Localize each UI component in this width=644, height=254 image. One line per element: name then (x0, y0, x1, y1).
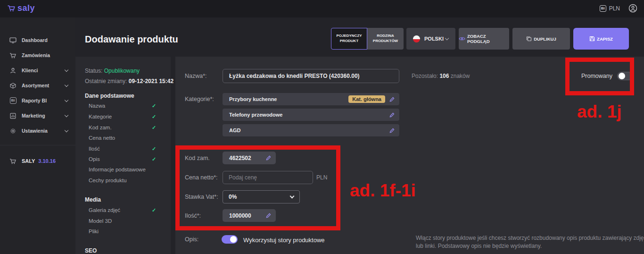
check-icon: ✓ (152, 207, 156, 213)
annotation-label-promoted: ad. 1j (577, 102, 622, 122)
duplicate-button[interactable]: DUPLIKUJ (512, 28, 570, 50)
category-row[interactable]: Telefony przewodowe (223, 109, 399, 121)
status-line: Status: Opublikowany (85, 68, 140, 74)
quantity-label: Ilość*: (185, 212, 201, 219)
story-toggle[interactable] (222, 235, 238, 244)
eye-icon (459, 36, 465, 41)
currency-selector[interactable]: Bi PLN (600, 5, 620, 12)
logo-text: saly (17, 3, 35, 13)
chevron-down-icon (65, 68, 68, 71)
page-title: Dodawanie produktu (85, 34, 178, 45)
nav-kategorie[interactable]: Kategorie (89, 114, 112, 119)
status-panel: Status: Opublikowany Ostatnie zmiany: 09… (75, 57, 171, 254)
chevron-down-icon (65, 128, 68, 132)
category-row[interactable]: Przybory kuchenne Kat. główna (223, 93, 399, 105)
nav-informacje-podstawowe[interactable]: Informacje podstawowe (89, 167, 146, 172)
chevron-down-icon (445, 36, 449, 40)
category-name: AGD (229, 127, 389, 133)
nav-ilosc[interactable]: Ilość (89, 146, 100, 152)
status-value: Opublikowany (104, 68, 140, 74)
promoted-toggle[interactable] (617, 72, 633, 80)
monitor-icon (9, 37, 17, 44)
main-category-badge: Kat. główna (348, 95, 385, 103)
app-logo[interactable]: saly (8, 3, 35, 13)
sidebar-item-label: Zamówienia (22, 52, 50, 58)
sidebar-item-label: Asortyment (22, 83, 49, 88)
tab-rodzina-produktow[interactable]: RODZINA PRODUKTÓW (367, 28, 404, 50)
category-name: Telefony przewodowe (229, 112, 389, 118)
save-floppy-icon (589, 36, 595, 42)
section-dane-podstawowe: Dane podstawowe (85, 93, 134, 99)
app-name: SALY (22, 158, 35, 164)
category-name: Przybory kuchenne (229, 96, 348, 102)
nav-galeria-zdjec[interactable]: Galeria zdjęć (89, 207, 120, 213)
save-label: ZAPISZ (597, 36, 613, 42)
quantity-value: 1000000 (229, 212, 266, 219)
sidebar-item-label: Klienci (22, 68, 38, 73)
bi-report-icon: Bi (9, 97, 17, 104)
sidebar-item-label: Ustawienia (22, 128, 48, 134)
sidebar: Dashboard Zamówienia Klienci Asortyment … (0, 17, 75, 254)
cart-icon (9, 52, 17, 59)
sidebar-item-ustawienia[interactable]: Ustawienia (0, 123, 75, 138)
section-media: Media (85, 196, 101, 203)
chevron-down-icon (65, 113, 68, 117)
sidebar-item-asortyment[interactable]: Asortyment (0, 78, 75, 93)
last-change-value: 09-12-2021 15:42 (129, 78, 173, 85)
vat-rate-select[interactable]: 0% (223, 190, 300, 203)
vat-rate-value: 0% (229, 194, 290, 200)
gear-icon (9, 127, 17, 135)
nav-model-3d[interactable]: Model 3D (89, 218, 112, 224)
category-row[interactable]: AGD (223, 124, 399, 136)
sidebar-item-raporty-bi[interactable]: Bi Raporty BI (0, 93, 75, 108)
pencil-icon[interactable] (389, 128, 395, 133)
nav-cena-netto[interactable]: Cena netto (89, 135, 115, 141)
tab-pojedynczy-produkt[interactable]: POJEDYNCZY PRODUKT (331, 28, 367, 50)
name-input[interactable] (223, 69, 399, 83)
quantity-field[interactable]: 1000000 (223, 209, 276, 222)
order-code-label: Kod zam. (185, 155, 210, 161)
description-hint-line1: Włącz story produktowe jeśli chcesz stwo… (416, 235, 644, 241)
pencil-icon[interactable] (266, 155, 271, 161)
chart-board-icon (9, 112, 17, 119)
name-label: Nazwa*: (185, 73, 207, 79)
last-change-line: Ostatnie zmiany: 09-12-2021 15:42 (85, 78, 173, 85)
nav-pliki[interactable]: Pliki (89, 229, 99, 234)
order-code-field[interactable]: 4622502 (223, 152, 276, 164)
description-label: Opis: (185, 236, 198, 243)
pencil-icon[interactable] (389, 112, 395, 118)
save-button[interactable]: ZAPISZ (573, 28, 629, 50)
check-icon: ✓ (152, 103, 156, 109)
sidebar-divider (0, 145, 75, 145)
banknote-icon: Bi (600, 5, 606, 12)
app-version: SALY 3.10.16 (0, 153, 75, 169)
pencil-icon[interactable] (389, 97, 395, 102)
section-seo: SEO (85, 247, 97, 254)
nav-cechy-produktu[interactable]: Cechy produktu (89, 178, 127, 183)
nav-opis[interactable]: Opis (89, 156, 100, 162)
preview-button[interactable]: ZOBACZ PODGLĄD (459, 28, 509, 50)
sidebar-item-zamowienia[interactable]: Zamówienia (0, 48, 75, 63)
check-icon: ✓ (152, 156, 156, 162)
check-icon: ✓ (152, 125, 156, 131)
nav-kod-zam[interactable]: Kod zam. (89, 125, 112, 130)
duplicate-label: DUPLIKUJ (534, 36, 556, 42)
sidebar-item-dashboard[interactable]: Dashboard (0, 33, 75, 48)
product-form: Nazwa*: Pozostało: 106 znaków Promowany … (175, 57, 644, 254)
net-price-input[interactable] (223, 171, 313, 184)
sidebar-item-label: Marketing (22, 113, 45, 119)
app-window: saly Bi PLN Dashboard Zamówienia Klienci (0, 0, 644, 254)
categories-label: Kategorie*: (185, 96, 214, 102)
nav-nazwa[interactable]: Nazwa (89, 103, 105, 109)
chevron-down-icon (290, 194, 295, 198)
sidebar-item-label: Raporty BI (22, 98, 47, 103)
check-icon: ✓ (152, 114, 156, 120)
user-account-icon[interactable] (628, 4, 637, 13)
description-hint-line2: lub linki. Podstawowy opis nie będzie wy… (416, 243, 542, 249)
pencil-icon[interactable] (266, 213, 271, 218)
currency-suffix: PLN (316, 174, 327, 181)
language-selector[interactable]: POLSKI (406, 28, 455, 50)
sidebar-item-klienci[interactable]: Klienci (0, 63, 75, 78)
sidebar-item-marketing[interactable]: Marketing (0, 108, 75, 123)
person-icon (9, 67, 17, 74)
